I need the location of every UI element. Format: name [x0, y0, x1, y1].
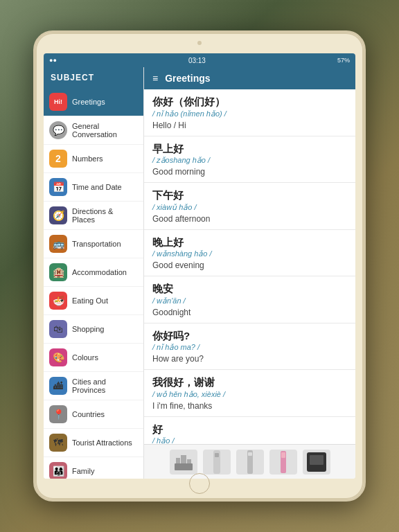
svg-rect-3	[187, 459, 191, 463]
phrase-english-5: How are you?	[152, 354, 347, 364]
tablet-screen: ●● 03:13 57% SUBJECT Hi!Greetings💬Genera…	[44, 53, 355, 479]
sidebar-item-shopping[interactable]: 🛍Shopping	[44, 315, 143, 344]
main-panel: ≡ Greetings 你好（你们好）/ nǐ hǎo (nǐmen hǎo) …	[144, 67, 355, 479]
phrase-chinese-4: 晚安	[152, 282, 347, 296]
sidebar-item-tourist[interactable]: 🗺Tourist Attractions	[44, 429, 143, 457]
phrase-chinese-5: 你好吗?	[152, 329, 347, 343]
phrase-pinyin-7: / hǎo /	[152, 436, 347, 444]
phrase-english-6: I i'm fine, thanks	[152, 401, 347, 411]
phrase-pinyin-6: / wǒ hěn hǎo, xièxiè /	[152, 390, 347, 399]
camera	[197, 41, 202, 45]
sidebar-item-countries[interactable]: 📍Countries	[44, 400, 143, 429]
status-left-icons: ●●	[49, 57, 57, 64]
colours-icon: 🎨	[49, 348, 67, 366]
menu-icon[interactable]: ≡	[152, 73, 158, 84]
sidebar-item-label-accommodation: Accommodation	[72, 268, 127, 276]
phrase-block-4[interactable]: 晚安/ wǎn'ān /Goodnight	[144, 276, 355, 323]
svg-rect-0	[175, 463, 193, 470]
svg-rect-7	[248, 452, 252, 456]
phrase-pinyin-3: / wǎnshàng hǎo /	[152, 249, 347, 258]
sidebar-item-cities[interactable]: 🏙Cities and Provinces	[44, 372, 143, 400]
sidebar-item-label-directions: Directions & Places	[72, 207, 138, 224]
sidebar-item-label-shopping: Shopping	[72, 325, 105, 333]
sidebar-item-label-family: Family	[72, 467, 94, 475]
ad-item-1[interactable]	[170, 450, 197, 475]
svg-rect-11	[310, 455, 323, 465]
family-icon: 👨‍👩‍👧	[49, 462, 67, 479]
accommodation-icon: 🏨	[49, 263, 67, 281]
sidebar-item-label-numbers: Numbers	[72, 154, 103, 163]
sidebar-item-numbers[interactable]: 2Numbers	[44, 145, 143, 173]
sidebar-item-greetings[interactable]: Hi!Greetings	[44, 88, 143, 116]
phrase-block-6[interactable]: 我很好，谢谢/ wǒ hěn hǎo, xièxiè /I i'm fine, …	[144, 370, 355, 417]
phrase-block-0[interactable]: 你好（你们好）/ nǐ hǎo (nǐmen hǎo) /Hello / Hi	[144, 89, 355, 136]
phrase-pinyin-5: / nǐ hǎo ma? /	[152, 343, 347, 352]
sidebar-item-label-eating: Eating Out	[72, 296, 108, 305]
home-button[interactable]	[189, 473, 210, 494]
sidebar-item-directions[interactable]: 🧭Directions & Places	[44, 202, 143, 230]
svg-rect-2	[181, 455, 186, 463]
phrase-chinese-3: 晚上好	[152, 236, 347, 249]
sidebar-item-time[interactable]: 📅Time and Date	[44, 173, 143, 202]
svg-rect-1	[176, 458, 180, 463]
sidebar-item-general[interactable]: 💬General Conversation	[44, 116, 143, 145]
phrase-block-3[interactable]: 晚上好/ wǎnshàng hǎo /Good evening	[144, 230, 355, 277]
sidebar: SUBJECT Hi!Greetings💬General Conversatio…	[44, 67, 144, 479]
phrase-chinese-2: 下午好	[152, 188, 347, 202]
sidebar-item-label-time: Time and Date	[72, 183, 122, 191]
sidebar-header: SUBJECT	[44, 67, 143, 88]
phrase-pinyin-1: / zǎoshang hǎo /	[152, 156, 347, 165]
wifi-icon: ●●	[49, 57, 57, 64]
main-content: SUBJECT Hi!Greetings💬General Conversatio…	[44, 67, 355, 479]
tablet-frame: ●● 03:13 57% SUBJECT Hi!Greetings💬Genera…	[33, 30, 366, 502]
sidebar-item-accommodation[interactable]: 🏨Accommodation	[44, 258, 143, 287]
phrase-english-2: Good afternoon	[152, 214, 347, 224]
sidebar-item-label-colours: Colours	[72, 353, 98, 362]
phrase-chinese-0: 你好（你们好）	[152, 95, 347, 109]
sidebar-item-transport[interactable]: 🚌Transportation	[44, 230, 143, 258]
greetings-icon: Hi!	[49, 93, 67, 111]
phrase-block-5[interactable]: 你好吗?/ nǐ hǎo ma? /How are you?	[144, 323, 355, 371]
cities-icon: 🏙	[49, 377, 67, 395]
tourist-icon: 🗺	[49, 434, 67, 452]
ad-item-4[interactable]	[269, 450, 297, 475]
svg-rect-5	[215, 453, 219, 457]
sidebar-item-family[interactable]: 👨‍👩‍👧Family	[44, 457, 143, 479]
phrase-chinese-1: 早上好	[152, 142, 347, 156]
phrases-list: 你好（你们好）/ nǐ hǎo (nǐmen hǎo) /Hello / Hi早…	[144, 89, 355, 444]
sidebar-item-label-general: General Conversation	[72, 122, 138, 139]
panel-content[interactable]: 你好（你们好）/ nǐ hǎo (nǐmen hǎo) /Hello / Hi早…	[144, 89, 355, 444]
transport-icon: 🚌	[49, 235, 67, 253]
phrase-english-0: Hello / Hi	[152, 121, 347, 130]
directions-icon: 🧭	[49, 206, 67, 224]
countries-icon: 📍	[49, 405, 67, 423]
phrase-pinyin-0: / nǐ hǎo (nǐmen hǎo) /	[152, 109, 347, 118]
shopping-icon: 🛍	[49, 320, 67, 338]
sidebar-item-label-tourist: Tourist Attractions	[72, 438, 132, 447]
phrase-block-1[interactable]: 早上好/ zǎoshang hǎo /Good morning	[144, 136, 355, 184]
sidebar-item-label-cities: Cities and Provinces	[72, 378, 138, 394]
ad-item-5[interactable]	[303, 450, 330, 475]
ad-bar	[144, 444, 355, 479]
svg-rect-9	[281, 452, 285, 458]
eating-icon: 🍜	[49, 292, 67, 310]
phrase-chinese-7: 好	[152, 423, 347, 436]
phrase-block-7[interactable]: 好/ hǎo /Good	[144, 417, 355, 445]
ad-item-3[interactable]	[236, 450, 264, 475]
phrase-english-4: Goodnight	[152, 308, 347, 317]
phrase-pinyin-4: / wǎn'ān /	[152, 296, 347, 305]
sidebar-item-colours[interactable]: 🎨Colours	[44, 344, 143, 372]
phrase-pinyin-2: / xiàwǔ hǎo /	[152, 203, 347, 212]
sidebar-item-eating[interactable]: 🍜Eating Out	[44, 287, 143, 315]
sidebar-item-label-countries: Countries	[72, 410, 105, 418]
sidebar-items: Hi!Greetings💬General Conversation2Number…	[44, 88, 143, 479]
battery-icon: 57%	[337, 57, 350, 64]
phrase-block-2[interactable]: 下午好/ xiàwǔ hǎo /Good afternoon	[144, 183, 355, 230]
ad-item-2[interactable]	[203, 450, 231, 475]
time-icon: 📅	[49, 178, 67, 196]
general-icon: 💬	[49, 121, 67, 139]
phrase-english-3: Good evening	[152, 260, 347, 270]
panel-title: Greetings	[165, 73, 210, 84]
numbers-icon: 2	[49, 150, 67, 168]
sidebar-item-label-greetings: Greetings	[72, 98, 105, 106]
